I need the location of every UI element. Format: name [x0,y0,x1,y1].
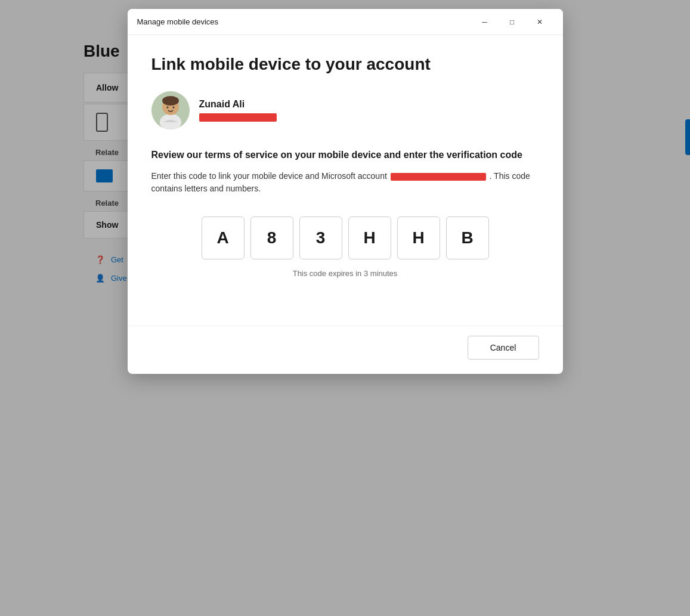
verification-code-container: A 8 3 H H B [151,216,539,259]
title-bar-text: Manage mobile devices [137,17,219,26]
user-info: Zunaid Ali [199,99,277,122]
instructions-heading: Review our terms of service on your mobi… [151,148,539,162]
instructions-text: Enter this code to link your mobile devi… [151,170,539,195]
code-expiry: This code expires in 3 minutes [151,269,539,278]
minimize-button[interactable]: ─ [471,13,499,31]
svg-point-4 [166,106,168,108]
code-char-4: H [348,216,391,259]
user-name: Zunaid Ali [199,99,277,110]
cancel-button[interactable]: Cancel [468,336,539,360]
account-redacted [391,173,486,181]
code-char-6: B [446,216,489,259]
svg-point-5 [172,106,174,108]
svg-point-3 [162,96,179,106]
user-profile: Zunaid Ali [151,91,539,129]
instructions-text-1: Enter this code to link your mobile devi… [151,171,387,181]
code-char-3: 3 [299,216,342,259]
avatar [151,91,190,129]
avatar-image [151,91,190,129]
title-bar-controls: ─ □ ✕ [471,13,553,31]
code-char-5: H [397,216,440,259]
modal-footer: Cancel [128,326,563,374]
modal-heading: Link mobile device to your account [151,54,539,75]
maximize-button[interactable]: □ [499,13,526,31]
close-button[interactable]: ✕ [526,13,553,31]
user-email-redacted [199,113,277,122]
modal-body: Link mobile device to your account [128,35,563,326]
code-char-2: 8 [250,216,293,259]
title-bar: Manage mobile devices ─ □ ✕ [128,9,563,35]
modal-window: Manage mobile devices ─ □ ✕ Link mobile … [128,9,563,374]
modal-overlay: Manage mobile devices ─ □ ✕ Link mobile … [0,0,690,616]
code-char-1: A [202,216,245,259]
